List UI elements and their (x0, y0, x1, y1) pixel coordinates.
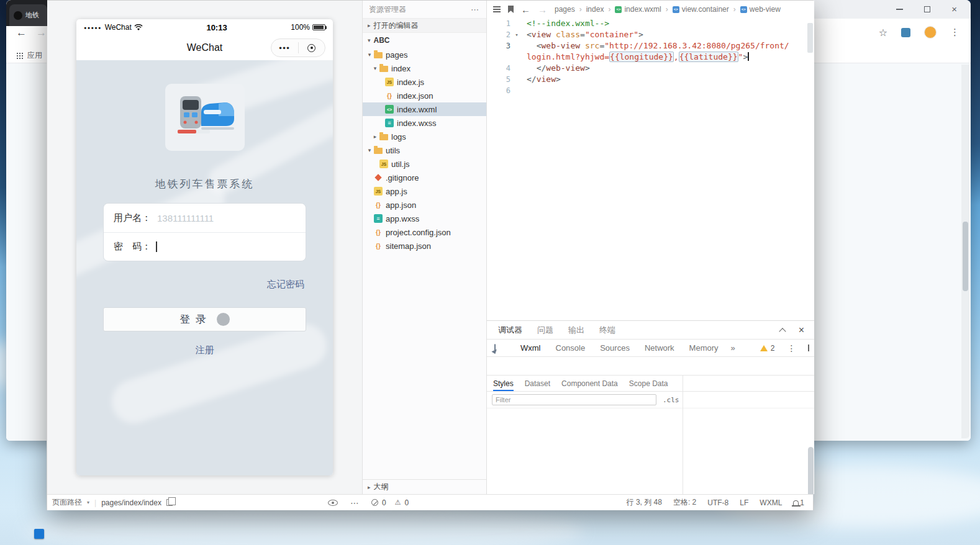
scrollbar-thumb[interactable] (963, 222, 968, 291)
bookmark-star-icon[interactable]: ☆ (879, 27, 887, 38)
pane-divider[interactable] (683, 376, 683, 494)
tree-item-index.wxml[interactable]: <>index.wxml (363, 102, 486, 116)
tree-item-index[interactable]: ▾index (363, 61, 486, 75)
devtools-tab-Memory[interactable]: Memory (689, 343, 719, 353)
eye-icon[interactable] (328, 500, 338, 506)
language-mode[interactable]: WXML (760, 498, 782, 507)
code-line[interactable]: 3 <web-view src="http://192.168.3.42:808… (487, 40, 805, 52)
extension-icon[interactable] (901, 28, 910, 37)
browser-scrollbar[interactable] (961, 65, 969, 438)
styles-tab-Dataset[interactable]: Dataset (525, 376, 550, 391)
dock-icon[interactable] (808, 345, 809, 351)
close-icon[interactable]: × (799, 327, 804, 334)
breadcrumb-item-index.wxml[interactable]: <>index.wxml (615, 5, 661, 14)
tree-item-pages[interactable]: ▾pages (363, 48, 486, 61)
tree-item-app.wxss[interactable]: ≡app.wxss (363, 212, 486, 225)
nav-forward-icon[interactable]: → (538, 4, 547, 15)
collapse-icon[interactable] (779, 328, 786, 335)
copy-icon[interactable] (166, 499, 173, 506)
devtools-menu-icon[interactable]: ⋮ (787, 343, 796, 353)
chevron-right-icon[interactable]: ▸ (371, 133, 379, 140)
devtools-tab-Network[interactable]: Network (645, 343, 674, 353)
debugger-tab-输出[interactable]: 输出 (568, 325, 584, 336)
scrollbar-thumb[interactable] (807, 23, 813, 53)
back-arrow-icon[interactable]: ← (16, 27, 27, 39)
breadcrumb-item-view.container[interactable]: <>view.container (673, 5, 729, 14)
indentation[interactable]: 空格: 2 (673, 497, 696, 508)
code-line[interactable]: 2▾<view class="container"> (487, 29, 805, 40)
project-section[interactable]: ▾ ABC (363, 33, 486, 48)
notifications[interactable]: 1 (793, 498, 804, 507)
chevron-down-icon[interactable]: ▾ (365, 147, 374, 153)
open-editors-section[interactable]: ▸ 打开的编辑器 (363, 18, 486, 33)
inspect-icon[interactable] (494, 344, 496, 352)
more-icon[interactable]: ⋯ (350, 498, 359, 508)
warnings-badge[interactable]: 2 (760, 344, 775, 353)
minimize-icon[interactable] (896, 9, 903, 10)
debugger-tab-调试器[interactable]: 调试器 (498, 325, 522, 336)
overflow-icon[interactable]: » (731, 343, 735, 353)
code-area[interactable]: 1<!--index.wxml-->2▾<view class="contain… (487, 18, 805, 320)
login-button[interactable]: 登 录 (103, 307, 306, 331)
tree-item-util.js[interactable]: JSutil.js (363, 157, 486, 171)
apps-label[interactable]: 应用 (27, 50, 42, 61)
username-input[interactable]: 用户名： 138111111111 (104, 204, 306, 232)
styles-tab-Styles[interactable]: Styles (493, 376, 514, 391)
devtools-tab-Sources[interactable]: Sources (600, 343, 630, 353)
devtools-tab-Wxml[interactable]: Wxml (520, 343, 541, 353)
breadcrumb-item-web-view[interactable]: <>web-view (740, 5, 781, 14)
explorer-more-icon[interactable]: ⋯ (471, 5, 479, 14)
close-target-button[interactable] (299, 44, 325, 52)
tree-item-app.json[interactable]: {}app.json (363, 198, 486, 212)
cls-toggle[interactable]: .cls (663, 396, 679, 404)
debugger-tab-终端[interactable]: 终端 (599, 325, 615, 336)
chevron-down-icon[interactable]: ▾ (87, 500, 89, 505)
avatar[interactable] (924, 26, 937, 38)
tree-item-logs[interactable]: ▸logs (363, 130, 486, 143)
tree-item-project.config.json[interactable]: {}project.config.json (363, 225, 486, 239)
code-line[interactable]: 6 (487, 85, 805, 96)
eol-type[interactable]: LF (740, 498, 748, 507)
tree-item-utils[interactable]: ▾utils (363, 143, 486, 157)
browser-menu-icon[interactable]: ⋮ (950, 27, 960, 38)
outline-list-icon[interactable] (493, 6, 501, 7)
tree-item-.gitignore[interactable]: .gitignore (363, 171, 486, 184)
tree-item-index.json[interactable]: {}index.json (363, 89, 486, 102)
forgot-password-link[interactable]: 忘记密码 (267, 279, 304, 291)
styles-tab-Component Data[interactable]: Component Data (561, 376, 618, 391)
password-input[interactable]: 密 码： (104, 232, 306, 261)
outline-section[interactable]: ▸ 大纲 (363, 479, 486, 494)
bookmark-icon[interactable] (508, 6, 514, 13)
tree-item-index.js[interactable]: JSindex.js (363, 75, 486, 89)
register-link[interactable]: 注册 (76, 345, 333, 356)
tree-item-sitemap.json[interactable]: {}sitemap.json (363, 239, 486, 253)
tree-item-app.js[interactable]: JSapp.js (363, 184, 486, 198)
code-line[interactable]: 1<!--index.wxml--> (487, 18, 805, 29)
maximize-icon[interactable] (924, 6, 930, 12)
code-line[interactable]: 5</view> (487, 74, 805, 85)
fold-icon[interactable]: ▾ (512, 29, 522, 40)
nav-back-icon[interactable]: ← (521, 4, 530, 15)
code-line[interactable]: 4 </web-view> (487, 63, 805, 74)
chevron-down-icon[interactable]: ▾ (365, 52, 374, 58)
desktop-icon[interactable] (34, 529, 44, 539)
chevron-down-icon[interactable]: ▾ (371, 65, 379, 71)
breadcrumb-item-index[interactable]: index (586, 5, 604, 14)
cursor-position[interactable]: 行 3, 列 48 (627, 497, 662, 508)
browser-tab[interactable]: 地铁 (9, 4, 47, 26)
code-line[interactable]: login.html?yhjwd={{longitude}},{{latitud… (487, 52, 805, 63)
page-path-label[interactable]: 页面路径 (52, 497, 82, 508)
editor-scrollbar[interactable] (807, 19, 814, 319)
close-icon[interactable]: × (951, 6, 957, 12)
encoding[interactable]: UTF-8 (707, 498, 728, 507)
styles-filter-input[interactable] (492, 394, 656, 405)
apps-grid-icon[interactable] (16, 52, 23, 59)
styles-tab-Scope Data[interactable]: Scope Data (629, 376, 668, 391)
problem-counts[interactable]: 0 ⚠ 0 (371, 495, 409, 510)
forward-arrow-icon[interactable]: → (36, 27, 47, 39)
debugger-tab-问题[interactable]: 问题 (537, 325, 553, 336)
devtools-tab-Console[interactable]: Console (556, 343, 586, 353)
menu-dots-icon[interactable]: ••• (271, 43, 298, 53)
tree-item-index.wxss[interactable]: ≡index.wxss (363, 116, 486, 130)
breadcrumb-item-pages[interactable]: pages (555, 5, 575, 14)
